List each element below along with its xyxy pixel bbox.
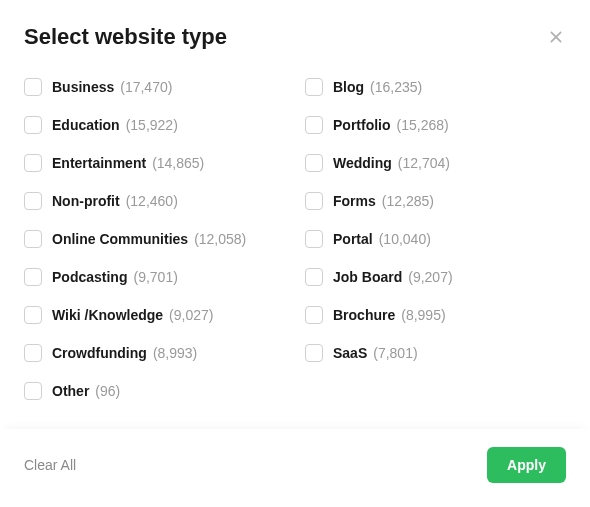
option-text: Wiki /Knowledge(9,027) [52,306,213,324]
option-label: Blog [333,79,364,95]
option-portal[interactable]: Portal(10,040) [305,230,566,248]
option-text: Brochure(8,995) [333,306,446,324]
checkbox[interactable] [305,192,323,210]
option-count: (17,470) [120,79,172,95]
checkbox[interactable] [305,268,323,286]
option-count: (16,235) [370,79,422,95]
option-text: Job Board(9,207) [333,268,453,286]
option-count: (7,801) [373,345,417,361]
option-brochure[interactable]: Brochure(8,995) [305,306,566,324]
option-count: (10,040) [379,231,431,247]
select-website-type-modal: Select website type Business(17,470) Blo… [0,0,590,400]
option-count: (9,701) [133,269,177,285]
option-entertainment[interactable]: Entertainment(14,865) [24,154,285,172]
checkbox[interactable] [24,192,42,210]
checkbox[interactable] [24,154,42,172]
option-count: (12,460) [126,193,178,209]
option-text: Online Communities(12,058) [52,230,246,248]
option-count: (12,285) [382,193,434,209]
options-grid: Business(17,470) Blog(16,235) Education(… [24,78,566,400]
option-label: Forms [333,193,376,209]
option-job-board[interactable]: Job Board(9,207) [305,268,566,286]
option-text: SaaS(7,801) [333,344,418,362]
option-label: Crowdfunding [52,345,147,361]
checkbox[interactable] [24,116,42,134]
option-label: Podcasting [52,269,127,285]
option-label: Job Board [333,269,402,285]
option-wedding[interactable]: Wedding(12,704) [305,154,566,172]
close-button[interactable] [546,27,566,47]
option-count: (14,865) [152,155,204,171]
checkbox[interactable] [305,230,323,248]
option-label: Portfolio [333,117,391,133]
option-text: Entertainment(14,865) [52,154,204,172]
option-label: Portal [333,231,373,247]
option-count: (15,922) [126,117,178,133]
option-online-communities[interactable]: Online Communities(12,058) [24,230,285,248]
option-text: Education(15,922) [52,116,178,134]
option-other[interactable]: Other(96) [24,382,285,400]
option-label: Entertainment [52,155,146,171]
option-crowdfunding[interactable]: Crowdfunding(8,993) [24,344,285,362]
option-text: Business(17,470) [52,78,172,96]
checkbox[interactable] [305,344,323,362]
checkbox[interactable] [305,306,323,324]
option-text: Portfolio(15,268) [333,116,449,134]
modal-title: Select website type [24,24,227,50]
option-label: Wiki /Knowledge [52,307,163,323]
option-text: Wedding(12,704) [333,154,450,172]
option-text: Forms(12,285) [333,192,434,210]
option-label: Other [52,383,89,399]
option-text: Other(96) [52,382,120,400]
option-text: Blog(16,235) [333,78,422,96]
checkbox[interactable] [305,154,323,172]
option-non-profit[interactable]: Non-profit(12,460) [24,192,285,210]
option-wiki-knowledge[interactable]: Wiki /Knowledge(9,027) [24,306,285,324]
option-text: Portal(10,040) [333,230,431,248]
checkbox[interactable] [24,344,42,362]
option-count: (8,993) [153,345,197,361]
option-label: Wedding [333,155,392,171]
option-count: (9,207) [408,269,452,285]
option-count: (12,704) [398,155,450,171]
option-text: Non-profit(12,460) [52,192,178,210]
modal-header: Select website type [24,24,566,50]
option-count: (15,268) [397,117,449,133]
option-saas[interactable]: SaaS(7,801) [305,344,566,362]
checkbox[interactable] [305,116,323,134]
option-business[interactable]: Business(17,470) [24,78,285,96]
clear-all-button[interactable]: Clear All [24,457,76,473]
modal-footer: Clear All Apply [0,429,590,507]
option-label: Online Communities [52,231,188,247]
option-label: Brochure [333,307,395,323]
option-podcasting[interactable]: Podcasting(9,701) [24,268,285,286]
checkbox[interactable] [305,78,323,96]
option-count: (12,058) [194,231,246,247]
option-blog[interactable]: Blog(16,235) [305,78,566,96]
option-count: (9,027) [169,307,213,323]
option-label: Business [52,79,114,95]
option-label: Education [52,117,120,133]
option-text: Crowdfunding(8,993) [52,344,197,362]
checkbox[interactable] [24,306,42,324]
option-text: Podcasting(9,701) [52,268,178,286]
option-label: Non-profit [52,193,120,209]
checkbox[interactable] [24,230,42,248]
apply-button[interactable]: Apply [487,447,566,483]
checkbox[interactable] [24,382,42,400]
option-count: (96) [95,383,120,399]
close-icon [548,29,564,45]
option-education[interactable]: Education(15,922) [24,116,285,134]
option-label: SaaS [333,345,367,361]
checkbox[interactable] [24,78,42,96]
checkbox[interactable] [24,268,42,286]
option-forms[interactable]: Forms(12,285) [305,192,566,210]
option-count: (8,995) [401,307,445,323]
option-portfolio[interactable]: Portfolio(15,268) [305,116,566,134]
